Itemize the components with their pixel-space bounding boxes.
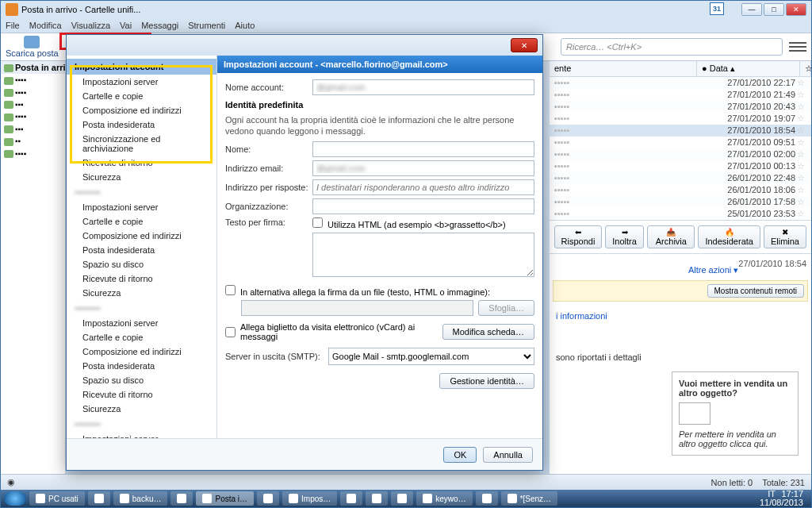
tree-item[interactable]: Posta indesiderata [67, 359, 216, 373]
tree-item[interactable]: Posta indesiderata [67, 243, 216, 257]
calendar-badge[interactable]: 31 [710, 2, 724, 15]
tree-item[interactable]: Ricevute di ritorno [67, 156, 216, 170]
download-icon [24, 36, 40, 48]
close-button[interactable]: ✕ [786, 3, 806, 16]
tree-item[interactable]: Posta indesiderata [67, 117, 216, 132]
tree-item[interactable]: Sicurezza [67, 170, 216, 184]
menu-file[interactable]: File [6, 21, 20, 30]
replyto-input[interactable] [312, 179, 534, 195]
annulla-button[interactable]: Annulla [483, 447, 533, 463]
tree-item[interactable]: Sincronizzazione ed archiviazione [67, 132, 216, 156]
tree-item[interactable]: Impostazioni server [67, 75, 216, 89]
menu-strumenti[interactable]: Strumenti [188, 21, 225, 30]
app-icon [6, 3, 18, 16]
html-sig-checkbox[interactable] [312, 217, 323, 228]
window-title: Posta in arrivo - Cartelle unifi... [21, 5, 140, 14]
download-mail-button[interactable]: Scarica posta [6, 36, 59, 58]
tree-item[interactable]: Spazio su disco [67, 257, 216, 271]
taskbar-item[interactable] [366, 491, 388, 506]
nome-input[interactable] [312, 141, 534, 157]
menu-icon[interactable] [789, 38, 806, 56]
message-row[interactable]: ▪▪▪▪▪25/01/2010 23:53☆ [550, 208, 811, 220]
start-button[interactable] [4, 491, 26, 506]
message-row[interactable]: ▪▪▪▪▪27/01/2010 18:54☆ [550, 125, 811, 137]
tree-item[interactable]: Composizione ed indirizzi [67, 103, 216, 117]
tree-item[interactable]: Cartelle e copie [67, 330, 216, 344]
col-star-icon[interactable]: ☆ [800, 61, 811, 76]
tree-item[interactable]: Sicurezza [67, 286, 216, 300]
menu-aiuto[interactable]: Aiuto [235, 21, 255, 30]
modifica-scheda-button[interactable]: Modifica scheda… [442, 324, 535, 340]
message-row[interactable]: ▪▪▪▪▪26/01/2010 22:48☆ [550, 172, 811, 184]
taskbar-item[interactable]: PC usati [29, 491, 85, 506]
email-input[interactable] [312, 160, 534, 176]
taskbar-item[interactable]: Impos… [282, 491, 337, 506]
taskbar-item[interactable]: Posta i… [196, 491, 254, 506]
elimina-button[interactable]: ✖ Elimina [764, 225, 806, 248]
gestione-identita-button[interactable]: Gestione identità… [439, 373, 534, 389]
minimize-button[interactable]: — [741, 3, 762, 16]
attach-sig-checkbox[interactable] [225, 285, 236, 295]
taskbar-item[interactable] [340, 491, 362, 506]
tree-item[interactable]: Cartelle e copie [67, 89, 216, 103]
menu-messaggi[interactable]: Messaggi [141, 21, 178, 30]
status-nonletti: Non letti: 0 [711, 478, 753, 487]
dialog-close-button[interactable]: ✕ [511, 38, 538, 52]
col-date[interactable]: ● Data ▴ [697, 61, 800, 76]
smtp-select[interactable]: Google Mail - smtp.googlemail.com [328, 348, 534, 365]
message-rows[interactable]: ▪▪▪▪▪27/01/2010 22:17☆▪▪▪▪▪27/01/2010 21… [550, 77, 811, 220]
menu-vai[interactable]: Vai [120, 21, 132, 30]
tree-item[interactable]: Cartelle e copie [67, 214, 216, 229]
message-row[interactable]: ▪▪▪▪▪26/01/2010 17:58☆ [550, 196, 811, 208]
tree-item[interactable]: Sicurezza [67, 402, 216, 416]
archivia-button[interactable]: 📥 Archivia [647, 225, 695, 248]
taskbar-item[interactable]: keywo… [416, 491, 472, 506]
tree-item[interactable]: Spazio su disco [67, 373, 216, 387]
tree-item[interactable]: Impostazioni server [67, 316, 216, 330]
message-row[interactable]: ▪▪▪▪▪27/01/2010 21:49☆ [550, 89, 811, 101]
inoltra-button[interactable]: ➡ Inoltra [605, 225, 644, 248]
taskbar-item[interactable] [257, 491, 279, 506]
tree-item[interactable]: Ricevute di ritorno [67, 271, 216, 286]
nome-account-input[interactable] [312, 79, 534, 95]
signature-textarea[interactable] [312, 233, 534, 277]
tree-node-impostazioni-account[interactable]: Impostazioni account [67, 59, 216, 75]
col-sender[interactable]: ente [550, 61, 697, 76]
taskbar-item[interactable]: *[Senz… [501, 491, 557, 506]
folder-tree[interactable]: Posta in arrivo ▪▪▪▪ ▪▪▪▪ ▪▪▪ ▪▪▪▪ ▪▪▪ ▪… [1, 61, 66, 474]
message-row[interactable]: ▪▪▪▪▪27/01/2010 19:07☆ [550, 113, 811, 125]
mostra-contenuti-remoti-button[interactable]: Mostra contenuti remoti [707, 284, 805, 298]
tree-item[interactable]: Composizione ed indirizzi [67, 344, 216, 359]
tree-item[interactable]: Composizione ed indirizzi [67, 229, 216, 243]
tree-item[interactable]: Impostazioni server [67, 432, 216, 438]
message-row[interactable]: ▪▪▪▪▪26/01/2010 18:06☆ [550, 184, 811, 196]
message-row[interactable]: ▪▪▪▪▪27/01/2010 02:00☆ [550, 148, 811, 160]
taskbar-item[interactable] [476, 491, 498, 506]
search-input[interactable]: Ricerca… <Ctrl+K> [561, 38, 783, 56]
info-link[interactable]: i informazioni [556, 311, 607, 321]
vcard-checkbox[interactable] [225, 327, 236, 337]
org-input[interactable] [312, 198, 534, 214]
message-row[interactable]: ▪▪▪▪▪27/01/2010 22:17☆ [550, 77, 811, 89]
message-row[interactable]: ▪▪▪▪▪27/01/2010 09:51☆ [550, 137, 811, 148]
statusbar: ◉ Non letti: 0 Totale: 231 [1, 474, 811, 490]
indesiderata-button[interactable]: 🔥 Indesiderata [698, 225, 760, 248]
maximize-button[interactable]: □ [764, 3, 784, 16]
ok-button[interactable]: OK [443, 447, 477, 463]
menu-modifica[interactable]: Modifica [29, 21, 62, 30]
menu-visualizza[interactable]: Visualizza [71, 21, 110, 30]
status-totale: Totale: 231 [762, 478, 805, 487]
taskbar-item[interactable]: backu… [113, 491, 168, 506]
message-row[interactable]: ▪▪▪▪▪27/01/2010 00:13☆ [550, 160, 811, 172]
tree-item[interactable]: Impostazioni server [67, 200, 216, 214]
tree-item[interactable]: Ricevute di ritorno [67, 387, 216, 402]
rispondi-button[interactable]: ⬅ Rispondi [554, 225, 602, 248]
message-row[interactable]: ▪▪▪▪▪27/01/2010 20:43☆ [550, 101, 811, 113]
system-tray[interactable]: IT 17:1711/08/2013 [755, 490, 808, 507]
altre-azioni-link[interactable]: Altre azioni ▾ [688, 265, 738, 275]
taskbar-item[interactable] [88, 491, 110, 506]
account-tree[interactable]: Impostazioni account Impostazioni server… [67, 56, 217, 438]
sig-file-input[interactable] [241, 300, 473, 316]
taskbar-item[interactable] [391, 491, 413, 506]
taskbar-item[interactable] [170, 491, 193, 506]
